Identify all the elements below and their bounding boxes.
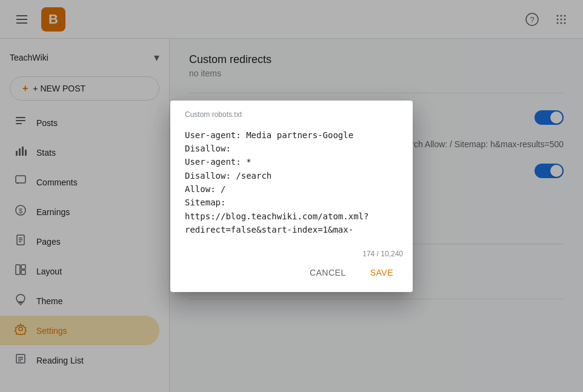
save-button[interactable]: SAVE (361, 263, 403, 282)
char-count: 174 / 10,240 (362, 250, 403, 258)
modal-actions: CANCEL SAVE (300, 263, 403, 282)
robots-txt-textarea[interactable]: User-agent: Media partners-Google Disall… (185, 128, 398, 238)
cancel-button[interactable]: CANCEL (300, 263, 356, 282)
modal-footer: 174 / 10,240 CANCEL SAVE (170, 245, 413, 292)
modal-title: Custom robots.txt (185, 110, 398, 119)
modal-body: User-agent: Media partners-Google Disall… (170, 124, 413, 245)
modal-header: Custom robots.txt (170, 101, 413, 124)
custom-robots-modal: Custom robots.txt User-agent: Media part… (170, 101, 413, 292)
modal-overlay: Custom robots.txt User-agent: Media part… (0, 0, 583, 392)
